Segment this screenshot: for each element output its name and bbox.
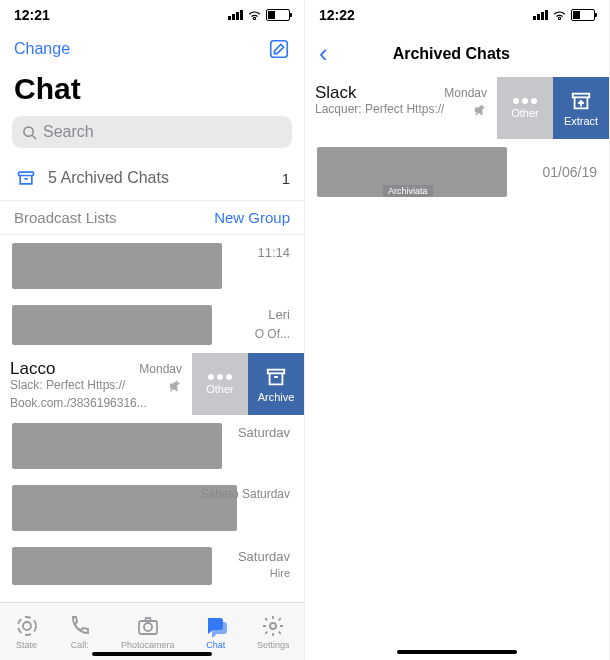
tab-calls[interactable]: Call: — [68, 614, 92, 650]
chat-time: Leri — [268, 307, 290, 322]
screen-chatlist: 12:21 Change Chat Search 5 Archived Chat… — [0, 0, 305, 660]
chat-row[interactable]: Leri O Of... — [0, 297, 304, 353]
svg-point-8 — [270, 623, 276, 629]
status-bar: 12:21 — [0, 0, 304, 30]
tab-label: Call: — [71, 640, 89, 650]
tab-label: Chat — [206, 640, 225, 650]
archived-title: Archived Chats — [328, 45, 575, 63]
ellipsis-icon — [513, 98, 537, 104]
swipe-archive-button[interactable]: Archive — [248, 353, 304, 415]
home-indicator[interactable] — [397, 650, 517, 654]
page-title: Chat — [0, 68, 304, 116]
chat-preview-2: Book.com./3836196316... — [10, 396, 147, 410]
chat-time: Mondav — [444, 86, 487, 100]
svg-rect-0 — [271, 41, 288, 58]
tab-status[interactable]: State — [15, 614, 39, 650]
broadcast-button[interactable]: Broadcast Lists — [14, 209, 117, 226]
search-input[interactable]: Search — [12, 116, 292, 148]
mute-icon — [473, 103, 487, 117]
phone-icon — [68, 614, 92, 638]
swipe-other-button[interactable]: Other — [497, 77, 553, 139]
compose-icon[interactable] — [268, 38, 290, 60]
svg-rect-2 — [19, 172, 34, 175]
chat-preview: Lacquer: Perfect Https:// — [315, 103, 444, 117]
screen-archived: 12:22 ‹ Archived Chats Slack Mondav Lacq… — [305, 0, 610, 660]
archived-count: 1 — [282, 170, 290, 187]
status-bar: 12:22 — [305, 0, 609, 30]
battery-icon — [571, 9, 595, 21]
chat-preview-tail: Hire — [270, 567, 290, 579]
chat-row[interactable]: Sabato Saturdav — [0, 477, 304, 539]
home-indicator[interactable] — [92, 652, 212, 656]
wifi-icon — [552, 9, 567, 21]
archive-icon — [14, 166, 38, 190]
chat-name: Lacco — [10, 359, 55, 379]
archived-chats-row[interactable]: 5 Archived Chats 1 — [0, 156, 304, 200]
chat-row[interactable]: Saturdav Hire — [0, 539, 304, 593]
redacted-content — [12, 547, 212, 585]
chat-name: Slack — [315, 83, 357, 103]
unarchive-icon — [570, 90, 592, 112]
wifi-icon — [247, 9, 262, 21]
tab-chat[interactable]: Chat — [204, 614, 228, 650]
redacted-content — [12, 305, 212, 345]
camera-icon — [136, 614, 160, 638]
tab-bar: State Call: Photocamera Chat Settings — [0, 602, 304, 660]
chat-preview-tail: O Of... — [255, 327, 290, 341]
status-icon — [15, 614, 39, 638]
tab-label: Settings — [257, 640, 290, 650]
battery-icon — [266, 9, 290, 21]
gear-icon — [261, 614, 285, 638]
chat-time: Mondav — [139, 362, 182, 376]
archived-chat-row[interactable]: 01/06/19 Archiviata — [305, 139, 609, 205]
svg-rect-9 — [573, 93, 590, 97]
clock-time: 12:22 — [319, 7, 355, 23]
swipe-extract-button[interactable]: Extract — [553, 77, 609, 139]
tab-settings[interactable]: Settings — [257, 614, 290, 650]
chat-time: Sabato Saturdav — [201, 487, 290, 501]
chat-time: Saturdav — [238, 549, 290, 564]
archived-badge: Archiviata — [383, 185, 433, 197]
tab-camera[interactable]: Photocamera — [121, 614, 175, 650]
swipe-other-button[interactable]: Other — [192, 353, 248, 415]
svg-point-5 — [18, 617, 36, 635]
chat-row[interactable]: Saturdav — [0, 415, 304, 477]
archived-label: 5 Archived Chats — [48, 169, 282, 187]
chat-time: Saturdav — [238, 425, 290, 440]
archived-row-swiped[interactable]: Slack Mondav Lacquer: Perfect Https:// O… — [305, 77, 609, 139]
chat-preview: Slack: Perfect Https:// — [10, 379, 125, 393]
archived-header: ‹ Archived Chats — [305, 30, 609, 77]
signal-icon — [533, 10, 548, 20]
chat-icon — [204, 614, 228, 638]
svg-point-1 — [24, 126, 33, 135]
redacted-content — [12, 243, 222, 289]
search-icon — [22, 125, 37, 140]
redacted-content — [12, 423, 222, 469]
nav-bar: Change — [0, 30, 304, 68]
archive-box-icon — [265, 366, 287, 388]
edit-button[interactable]: Change — [14, 40, 70, 58]
swipe-archive-label: Archive — [258, 391, 295, 403]
chat-row-swiped[interactable]: Lacco Mondav Slack: Perfect Https:// Boo… — [0, 353, 304, 415]
lists-row: Broadcast Lists New Group — [0, 200, 304, 235]
search-placeholder: Search — [43, 123, 94, 141]
tab-label: Photocamera — [121, 640, 175, 650]
chat-date: 01/06/19 — [543, 164, 598, 180]
back-button[interactable]: ‹ — [319, 38, 328, 69]
chat-row[interactable]: 11:14 — [0, 235, 304, 297]
swipe-other-label: Other — [206, 383, 234, 395]
svg-rect-3 — [268, 369, 285, 373]
svg-point-4 — [23, 622, 31, 630]
tab-label: State — [16, 640, 37, 650]
mute-icon — [168, 379, 182, 393]
svg-point-7 — [144, 623, 152, 631]
swipe-extract-label: Extract — [564, 115, 598, 127]
clock-time: 12:21 — [14, 7, 50, 23]
new-group-button[interactable]: New Group — [214, 209, 290, 226]
signal-icon — [228, 10, 243, 20]
chat-time: 11:14 — [257, 245, 290, 260]
swipe-other-label: Other — [511, 107, 539, 119]
ellipsis-icon — [208, 374, 232, 380]
